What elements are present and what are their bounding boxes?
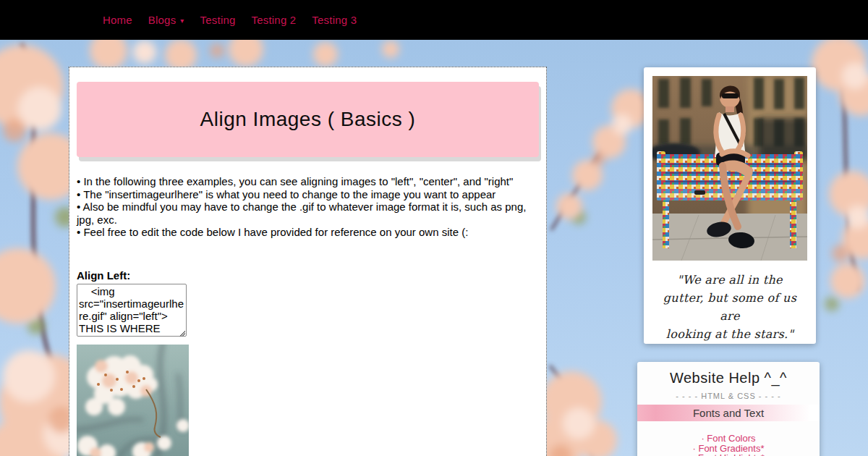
help-link-font-gradients[interactable]: · Font Gradients*	[637, 444, 820, 454]
girl-on-sticker-bench-photo	[652, 76, 807, 261]
help-subtitle: - - - - HTML & CSS - - - -	[637, 392, 820, 400]
nav-testing2[interactable]: Testing 2	[252, 14, 297, 26]
page-title: Align Images ( Basics )	[200, 108, 416, 131]
nav-testing2-label: Testing 2	[252, 14, 297, 26]
nav-testing3[interactable]: Testing 3	[312, 14, 357, 26]
nav-testing[interactable]: Testing	[200, 14, 236, 26]
help-title: Website Help ^_^	[637, 362, 820, 387]
nav-testing-label: Testing	[200, 14, 236, 26]
help-link-font-highlights[interactable]: · Font Highlights*	[637, 453, 820, 456]
bullet-item: • Feel free to edit the code below I hav…	[77, 226, 539, 239]
nav-blogs-label: Blogs	[148, 14, 176, 26]
nav-home[interactable]: Home	[103, 14, 132, 26]
quote-line: gutter, but some of us are	[652, 289, 807, 325]
help-section-header: Fonts and Text	[637, 405, 820, 421]
help-link-font-colors[interactable]: · Font Colors	[637, 434, 820, 444]
help-link-list: · Font Colors · Font Gradients* · Font H…	[637, 434, 820, 456]
nav-testing3-label: Testing 3	[312, 14, 357, 26]
align-left-heading: Align Left:	[77, 269, 539, 282]
nav-home-label: Home	[103, 14, 132, 26]
quote-line: "We are all in the	[652, 271, 807, 289]
sidebar-quote: "We are all in the gutter, but some of u…	[652, 271, 807, 343]
bullet-item: • Also be mindful you may have to change…	[77, 200, 539, 226]
align-left-code-textarea[interactable]: <img src="insertimageurlhere.gif" align=…	[77, 284, 187, 337]
code-snippet-wrap: <img src="insertimageurlhere.gif" align=…	[77, 284, 187, 339]
bullet-item: • In the following three examples, you c…	[77, 175, 539, 188]
quote-line: looking at the stars."	[652, 325, 807, 343]
top-nav: Home Blogs ▾ Testing Testing 2 Testing 3	[0, 0, 868, 40]
title-banner: Align Images ( Basics )	[77, 82, 539, 157]
website-help-card: Website Help ^_^ - - - - HTML & CSS - - …	[637, 362, 820, 456]
cherry-blossom-photo	[77, 345, 189, 456]
nav-blogs[interactable]: Blogs ▾	[148, 14, 184, 26]
intro-bullets: • In the following three examples, you c…	[77, 175, 539, 239]
dropdown-arrow-icon: ▾	[180, 17, 184, 25]
main-content-panel: Align Images ( Basics ) • In the followi…	[69, 67, 547, 456]
profile-photo-card: "We are all in the gutter, but some of u…	[644, 67, 816, 344]
bullet-item: • The "insertimageurlhere" is what you n…	[77, 188, 539, 201]
